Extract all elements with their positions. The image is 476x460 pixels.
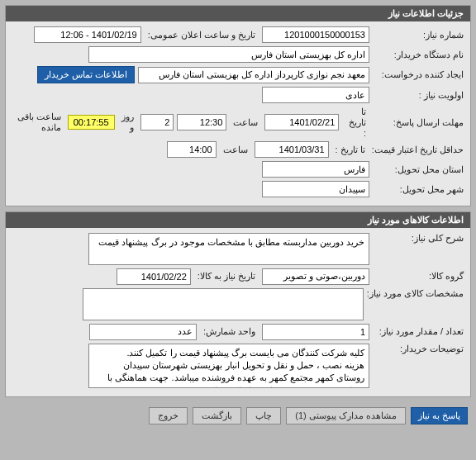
priority-label: اولویت نیاز :: [373, 90, 464, 101]
buyer-label: نام دستگاه خریدار:: [373, 50, 464, 60]
need-number-field[interactable]: [262, 26, 369, 43]
desc-field[interactable]: [88, 233, 369, 265]
qty-label: تعداد / مقدار مورد نیاز:: [373, 326, 464, 337]
footer-bar: پاسخ به نیاز مشاهده مدارک پیوستی (1) چاپ…: [5, 402, 471, 429]
section1-body: شماره نیاز: تاریخ و ساعت اعلان عمومی: نا…: [6, 21, 470, 206]
back-button[interactable]: بازگشت: [193, 407, 241, 424]
unit-field[interactable]: [89, 324, 197, 340]
print-button[interactable]: چاپ: [246, 407, 281, 424]
until-label-1: تا تاریخ :: [342, 107, 369, 138]
deadline-date-field[interactable]: [264, 114, 339, 130]
section2-body: شرح کلی نیاز: گروه کالا: تاریخ نیاز به ک…: [6, 228, 470, 396]
countdown-box: 00:17:55: [68, 115, 115, 130]
price-validity-label: حداقل تاریخ اعتبار قیمت:: [372, 145, 464, 155]
public-announce-label: تاریخ و ساعت اعلان عمومی:: [145, 30, 259, 40]
days-label: روز و: [118, 111, 138, 133]
need-details-panel: جزئیات اطلاعات نیاز شماره نیاز: تاریخ و …: [5, 5, 471, 206]
respond-button[interactable]: پاسخ به نیاز: [411, 407, 468, 424]
exit-button[interactable]: خروج: [149, 407, 188, 424]
need-number-label: شماره نیاز:: [373, 30, 464, 40]
buyer-contact-button[interactable]: اطلاعات تماس خریدار: [37, 66, 135, 83]
section2-title: اطلاعات کالاهای مورد نیاز: [6, 212, 470, 228]
requester-field[interactable]: [138, 67, 369, 83]
days-field[interactable]: [140, 114, 174, 130]
qty-field[interactable]: [262, 324, 369, 340]
response-deadline-label: مهلت ارسال پاسخ:: [373, 117, 464, 128]
buyer-notes-label: توضیحات خریدار:: [373, 344, 464, 354]
spec-field[interactable]: [83, 288, 364, 320]
price-validity-time-field[interactable]: [167, 141, 217, 158]
until-label-2: تا تاریخ :: [332, 145, 369, 155]
city-label: شهر محل تحویل:: [373, 184, 464, 195]
requester-label: ایجاد کننده درخواست:: [373, 69, 464, 80]
buyer-field[interactable]: [88, 46, 369, 63]
city-field[interactable]: [262, 181, 369, 197]
desc-label: شرح کلی نیاز:: [373, 233, 464, 244]
need-date-field[interactable]: [117, 268, 191, 285]
spec-label: مشخصات کالای مورد نیاز:: [367, 288, 464, 299]
price-validity-date-field[interactable]: [255, 141, 329, 158]
group-field[interactable]: [262, 268, 369, 285]
time-label-1: ساعت: [230, 117, 261, 128]
time-label-2: ساعت: [220, 145, 251, 155]
priority-field[interactable]: [262, 87, 369, 103]
public-announce-field[interactable]: [34, 26, 141, 43]
deadline-time-field[interactable]: [177, 114, 226, 130]
group-label: گروه کالا:: [373, 271, 464, 282]
goods-info-panel: اطلاعات کالاهای مورد نیاز شرح کلی نیاز: …: [5, 211, 471, 397]
buyer-notes-field[interactable]: [88, 344, 369, 388]
unit-label: واحد شمارش:: [200, 326, 259, 337]
section1-title: جزئیات اطلاعات نیاز: [6, 6, 470, 21]
remaining-label: ساعت باقی مانده: [12, 111, 64, 133]
province-label: استان محل تحویل:: [373, 164, 464, 175]
need-date-label: تاریخ نیاز به کالا:: [194, 271, 259, 282]
province-field[interactable]: [262, 161, 369, 178]
attachments-button[interactable]: مشاهده مدارک پیوستی (1): [286, 407, 406, 424]
